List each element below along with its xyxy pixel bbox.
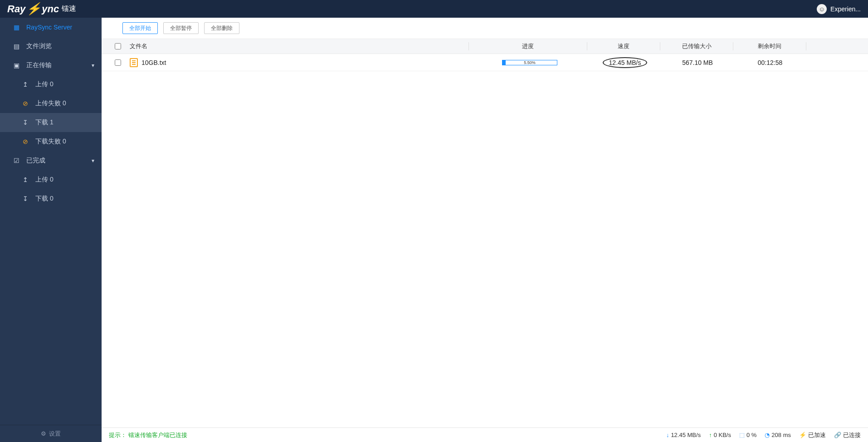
sidebar-settings[interactable]: ⚙ 设置 xyxy=(0,425,102,442)
download-icon: ↧ xyxy=(22,195,29,202)
progress-text: 5.50% xyxy=(502,60,557,65)
delete-all-button[interactable]: 全部删除 xyxy=(204,22,239,34)
sidebar-item-transferring[interactable]: ▣ 正在传输 ▾ xyxy=(0,56,102,75)
sidebar-item-server[interactable]: ▦ RaySync Server xyxy=(0,18,102,37)
stat-upload-speed: ↑ 0 KB/s xyxy=(709,432,731,438)
check-icon: ☑ xyxy=(13,157,20,164)
stat-boost: ⚡ 已加速 xyxy=(799,431,826,439)
sidebar-completed-download-label: 下载 0 xyxy=(35,195,54,203)
chevron-down-icon: ▾ xyxy=(92,157,94,164)
upload-icon: ↥ xyxy=(22,176,29,183)
sidebar-download-label: 下载 1 xyxy=(35,118,54,127)
avatar-icon: ☺ xyxy=(817,4,827,14)
warning-icon: ⊘ xyxy=(22,138,29,145)
select-all-checkbox[interactable] xyxy=(115,43,121,49)
progress-bar: 5.50% xyxy=(502,60,557,65)
pause-all-button[interactable]: 全部暂停 xyxy=(163,22,199,34)
remaining-value: 00:12:58 xyxy=(734,59,806,66)
col-remaining: 剩余时间 xyxy=(733,42,806,50)
stat-connected: 🔗 已连接 xyxy=(834,431,861,439)
file-icon: ▤ xyxy=(13,43,20,50)
tip-label: 提示： xyxy=(109,432,127,438)
sidebar-item-completed-upload[interactable]: ↥ 上传 0 xyxy=(0,170,102,189)
app-header: Ray ⚡ ync 镭速 ☺ Experien... xyxy=(0,0,868,18)
loss-value: 0 % xyxy=(746,432,756,438)
connected-value: 已连接 xyxy=(843,431,861,439)
sidebar-item-completed-download[interactable]: ↧ 下载 0 xyxy=(0,189,102,208)
cube-icon: ⬚ xyxy=(739,432,745,438)
table-header: 文件名 进度 速度 已传输大小 剩余时间 xyxy=(102,39,868,54)
row-checkbox[interactable] xyxy=(115,59,121,66)
up-speed-value: 0 KB/s xyxy=(714,432,731,438)
bolt-icon: ⚡ xyxy=(26,2,41,16)
sidebar-completed-label: 已完成 xyxy=(26,157,45,165)
sidebar-item-filebrowse[interactable]: ▤ 文件浏览 xyxy=(0,37,102,56)
sidebar-filebrowse-label: 文件浏览 xyxy=(26,42,52,50)
logo-text-a: Ray xyxy=(7,3,25,15)
gear-icon: ⚙ xyxy=(41,430,46,437)
status-bar: 提示： 镭速传输客户端已连接 ↓ 12.45 MB/s ↑ 0 KB/s ⬚ 0… xyxy=(102,427,868,442)
table-row[interactable]: 10GB.txt 5.50% 12.45 MB/s 567.10 MB 00:1… xyxy=(102,54,868,71)
chevron-down-icon: ▾ xyxy=(92,62,94,69)
arrow-up-icon: ↑ xyxy=(709,432,712,438)
tip-text: 镭速传输客户端已连接 xyxy=(128,432,187,438)
sidebar: ▦ RaySync Server ▤ 文件浏览 ▣ 正在传输 ▾ ↥ 上传 0 … xyxy=(0,18,102,442)
boost-icon: ⚡ xyxy=(799,432,806,438)
link-icon: 🔗 xyxy=(834,432,841,438)
sidebar-upload-label: 上传 0 xyxy=(35,80,54,88)
file-name: 10GB.txt xyxy=(141,59,166,66)
sidebar-upload-failed-label: 上传失败 0 xyxy=(35,99,66,108)
boost-value: 已加速 xyxy=(808,431,826,439)
sidebar-item-upload[interactable]: ↥ 上传 0 xyxy=(0,75,102,94)
user-name: Experien... xyxy=(830,5,861,13)
logo-text-b: ync xyxy=(42,3,59,15)
speed-value: 12.45 MB/s xyxy=(603,57,648,68)
sidebar-download-failed-label: 下载失败 0 xyxy=(35,138,66,146)
col-filename: 文件名 xyxy=(127,42,468,50)
down-speed-value: 12.45 MB/s xyxy=(671,432,701,438)
sidebar-item-download[interactable]: ↧ 下载 1 xyxy=(0,113,102,132)
transfer-table: 文件名 进度 速度 已传输大小 剩余时间 10GB.txt xyxy=(102,39,868,427)
content-area: 全部开始 全部暂停 全部删除 文件名 进度 速度 已传输大小 剩余时间 xyxy=(102,18,868,442)
sidebar-settings-label: 设置 xyxy=(49,430,61,438)
grid-icon: ▦ xyxy=(13,24,20,31)
sidebar-completed-upload-label: 上传 0 xyxy=(35,176,54,184)
stat-download-speed: ↓ 12.45 MB/s xyxy=(666,432,701,438)
app-logo: Ray ⚡ ync 镭速 xyxy=(7,2,76,16)
latency-value: 208 ms xyxy=(771,432,791,438)
logo-cn: 镭速 xyxy=(62,4,76,14)
toolbar: 全部开始 全部暂停 全部删除 xyxy=(102,18,868,39)
transfer-icon: ▣ xyxy=(13,62,20,69)
clock-icon: ◔ xyxy=(765,432,770,438)
col-transferred: 已传输大小 xyxy=(660,42,733,50)
user-menu[interactable]: ☺ Experien... xyxy=(817,4,861,14)
stat-latency: ◔ 208 ms xyxy=(765,432,791,438)
transferred-value: 567.10 MB xyxy=(661,59,734,66)
arrow-down-icon: ↓ xyxy=(666,432,669,438)
sidebar-item-download-failed[interactable]: ⊘ 下载失败 0 xyxy=(0,132,102,151)
download-icon: ↧ xyxy=(22,119,29,126)
upload-icon: ↥ xyxy=(22,81,29,88)
tip: 提示： 镭速传输客户端已连接 xyxy=(109,431,187,439)
col-speed: 速度 xyxy=(587,42,660,50)
sidebar-server-label: RaySync Server xyxy=(26,24,72,31)
document-icon xyxy=(130,58,138,67)
warning-icon: ⊘ xyxy=(22,100,29,107)
stat-packet-loss: ⬚ 0 % xyxy=(739,432,756,438)
sidebar-transferring-label: 正在传输 xyxy=(26,61,52,69)
col-progress: 进度 xyxy=(469,42,587,50)
start-all-button[interactable]: 全部开始 xyxy=(122,22,158,34)
sidebar-item-completed[interactable]: ☑ 已完成 ▾ xyxy=(0,151,102,170)
sidebar-item-upload-failed[interactable]: ⊘ 上传失败 0 xyxy=(0,94,102,113)
